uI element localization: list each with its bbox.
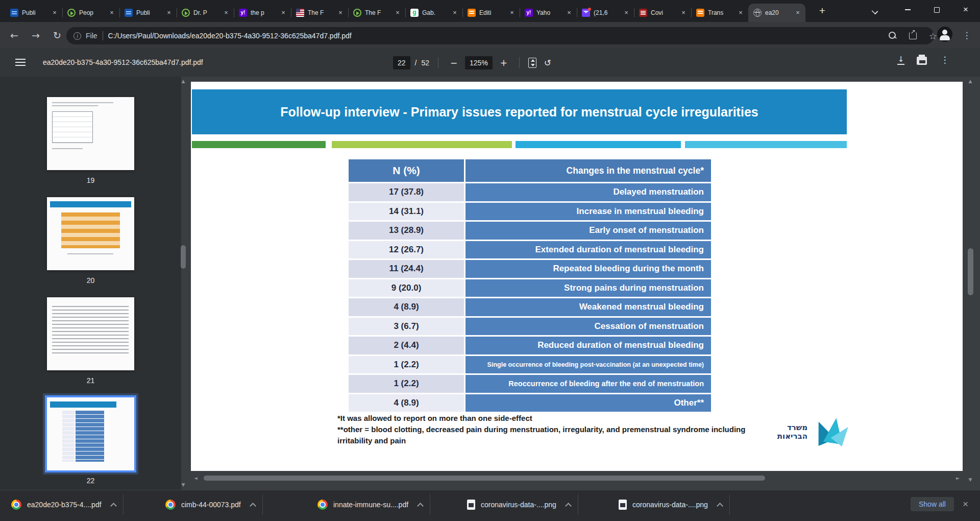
- sidebar-scrollbar[interactable]: ▲ ▼: [180, 79, 187, 487]
- tab-mail-inbox[interactable]: (21,6 ×: [577, 4, 634, 22]
- rotate-button[interactable]: ↺: [541, 58, 554, 68]
- scroll-down-icon[interactable]: ▼: [182, 482, 185, 487]
- close-window-button[interactable]: ×: [954, 0, 977, 19]
- download-chip-3[interactable]: innate-immune-su....pdf: [306, 494, 430, 515]
- tab-search-chevron-icon[interactable]: [872, 8, 878, 14]
- scroll-up-icon[interactable]: ▲: [182, 79, 185, 84]
- thumbnail-label-20: 20: [47, 276, 134, 285]
- tab-strip: Publi × Peop × Publi × Dr. P × y! the p …: [5, 0, 805, 22]
- tab-label: (21,6: [594, 9, 619, 16]
- page-info-icon[interactable]: i: [74, 32, 81, 40]
- tab-label: The F: [308, 9, 333, 16]
- download-chip-1[interactable]: ea20de20-b375-4....pdf: [0, 494, 124, 515]
- zoom-level-input[interactable]: 125%: [465, 56, 493, 69]
- download-filename: coronavirus-data-....png: [632, 501, 708, 509]
- scroll-left-icon[interactable]: ◄: [194, 476, 198, 481]
- tab-close-icon[interactable]: ×: [565, 9, 573, 17]
- tab-yahoo-article-2[interactable]: y! Yaho ×: [520, 4, 577, 22]
- tab-editing[interactable]: Editi ×: [462, 4, 520, 22]
- tab-close-icon[interactable]: ×: [394, 9, 402, 17]
- thumbnail-page-19[interactable]: [47, 97, 134, 170]
- downloads-bar: ea20de20-b375-4....pdf cimb-44-00073.pdf…: [0, 490, 980, 521]
- table-row: Extended duration of menstrual bleeding: [465, 241, 711, 259]
- maximize-button[interactable]: [925, 0, 948, 19]
- page-number-input[interactable]: 22: [393, 56, 410, 69]
- scroll-right-icon[interactable]: ►: [956, 476, 960, 481]
- tab-rumble-video-2[interactable]: The F ×: [348, 4, 405, 22]
- downloads-bar-close-icon[interactable]: ×: [963, 499, 968, 510]
- tab-people-video[interactable]: Peop ×: [62, 4, 119, 22]
- download-chip-4[interactable]: coronavirus-data-....png: [456, 494, 578, 515]
- logo-text-line1: משרד: [764, 423, 807, 432]
- horizontal-scrollbar-thumb[interactable]: [204, 476, 765, 481]
- minimize-button[interactable]: [896, 0, 919, 19]
- browser-menu-icon[interactable]: ⋮: [961, 27, 973, 43]
- thumbnail-label-19: 19: [47, 176, 134, 184]
- zoom-out-button[interactable]: −: [447, 58, 460, 68]
- vertical-scrollbar[interactable]: ▲ ▼: [967, 79, 974, 482]
- download-chip-2[interactable]: cimb-44-00073.pdf: [154, 494, 263, 515]
- tab-flag-site[interactable]: The F ×: [291, 4, 348, 22]
- chevron-up-icon[interactable]: [250, 503, 256, 509]
- tab-covid-research[interactable]: Covi ×: [634, 4, 691, 22]
- profile-avatar[interactable]: [937, 27, 952, 42]
- address-bar[interactable]: i File C:/Users/Paul/Downloads/ea20de20-…: [66, 27, 934, 44]
- zoom-in-button[interactable]: +: [497, 58, 510, 68]
- new-tab-button[interactable]: +: [815, 4, 830, 19]
- tab-public-health-1[interactable]: Publi ×: [5, 4, 62, 22]
- share-icon[interactable]: [909, 32, 917, 39]
- print-button[interactable]: [917, 57, 927, 65]
- accent-bar-light-green: [332, 141, 512, 148]
- vertical-scrollbar-thumb[interactable]: [968, 248, 973, 295]
- tab-close-icon[interactable]: ×: [737, 9, 745, 17]
- scroll-up-icon[interactable]: ▲: [969, 79, 972, 84]
- tab-pdf-active[interactable]: ea20 ×: [748, 4, 805, 22]
- tab-close-icon[interactable]: ×: [165, 9, 173, 17]
- pdf-more-options-icon[interactable]: ⋮: [938, 55, 951, 65]
- tab-label: Editi: [479, 9, 504, 16]
- tab-close-icon[interactable]: ×: [336, 9, 345, 17]
- tab-yahoo-article-1[interactable]: y! the p ×: [234, 4, 291, 22]
- slide-title: Follow-up interview - Primary issues rep…: [280, 105, 758, 120]
- thumbnail-page-22-selected[interactable]: [47, 397, 134, 470]
- show-all-button[interactable]: Show all: [911, 497, 954, 511]
- tab-public-health-2[interactable]: Publi ×: [119, 4, 177, 22]
- thumbnail-page-21[interactable]: [47, 297, 134, 370]
- tab-close-icon[interactable]: ×: [508, 9, 516, 17]
- tab-close-icon[interactable]: ×: [622, 9, 630, 17]
- pdf-menu-icon[interactable]: [15, 59, 26, 67]
- thumbnail-page-20[interactable]: [47, 197, 134, 270]
- tab-gab[interactable]: g Gab. ×: [405, 4, 462, 22]
- scroll-down-icon[interactable]: ▼: [969, 477, 972, 482]
- table-row: Cessation of menstruation: [465, 318, 711, 336]
- tab-dr-video[interactable]: Dr. P ×: [177, 4, 234, 22]
- red-research-favicon-icon: [639, 9, 647, 17]
- tab-close-icon[interactable]: ×: [794, 9, 802, 17]
- forward-button[interactable]: →: [28, 27, 44, 43]
- chevron-up-icon[interactable]: [110, 503, 117, 509]
- table-row: 2 (4.4): [349, 337, 464, 354]
- chrome-file-icon: [317, 500, 328, 510]
- tab-close-icon[interactable]: ×: [51, 9, 59, 17]
- chevron-up-icon[interactable]: [565, 503, 572, 509]
- url-text: C:/Users/Paul/Downloads/ea20de20-b375-4a…: [108, 32, 352, 40]
- back-button[interactable]: ←: [6, 27, 22, 43]
- bookmark-star-icon[interactable]: ☆: [929, 31, 937, 41]
- tab-close-icon[interactable]: ×: [451, 9, 459, 17]
- omnibox-divider: [103, 31, 103, 40]
- tab-close-icon[interactable]: ×: [679, 9, 688, 17]
- fit-to-page-button[interactable]: [528, 58, 536, 68]
- chevron-up-icon[interactable]: [417, 503, 424, 509]
- zoom-icon[interactable]: [889, 32, 897, 40]
- download-button[interactable]: ↓: [896, 55, 905, 65]
- tab-transcript[interactable]: Trans ×: [691, 4, 748, 22]
- download-chip-5[interactable]: coronavirus-data-....png: [607, 494, 730, 515]
- tab-close-icon[interactable]: ×: [108, 9, 116, 17]
- tab-close-icon[interactable]: ×: [222, 9, 230, 17]
- tab-close-icon[interactable]: ×: [279, 9, 287, 17]
- reload-button[interactable]: ↻: [49, 27, 65, 43]
- horizontal-scrollbar[interactable]: ◄ ►: [191, 474, 963, 482]
- chevron-up-icon[interactable]: [717, 503, 723, 509]
- sidebar-scrollbar-thumb[interactable]: [181, 245, 186, 269]
- mail-favicon-icon: [582, 9, 590, 17]
